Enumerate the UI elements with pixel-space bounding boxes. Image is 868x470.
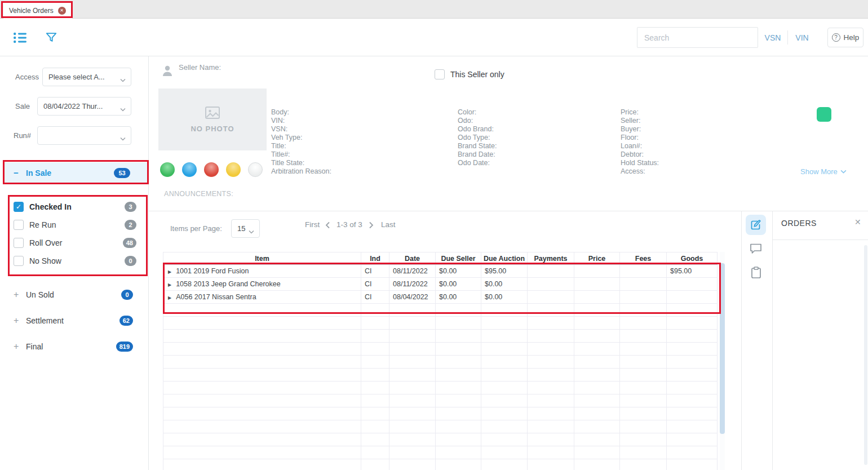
col-header-item[interactable]: Item xyxy=(163,252,361,265)
grid-empty-cell xyxy=(528,433,574,446)
edit-order-icon[interactable] xyxy=(746,215,766,235)
checked-in-checkbox[interactable]: ✓ xyxy=(14,202,24,212)
grid-empty-cell xyxy=(667,356,718,369)
col-header-due-auction[interactable]: Due Auction xyxy=(481,252,528,265)
grid-row[interactable]: ▶1001 2019 Ford Fusion CI 08/11/2022 $0.… xyxy=(163,265,718,278)
tab-vehicle-orders[interactable]: Vehicle Orders ✕ xyxy=(3,2,72,19)
grid-empty-cell xyxy=(163,343,361,356)
grid-empty-cell xyxy=(528,394,574,407)
tab-bar: Vehicle Orders ✕ xyxy=(0,0,868,19)
white-lamp-icon[interactable] xyxy=(248,162,263,177)
cell-item[interactable]: ▶A056 2017 Nissan Sentra xyxy=(163,291,361,304)
image-icon xyxy=(205,107,220,121)
col-header-due-seller[interactable]: Due Seller xyxy=(436,252,481,265)
tab-close-icon[interactable]: ✕ xyxy=(58,7,66,15)
grid-empty-cell xyxy=(436,459,481,470)
help-button[interactable]: ? Help xyxy=(827,28,863,47)
grid-empty-row xyxy=(163,394,718,407)
no-photo-placeholder: NO PHOTO xyxy=(158,88,267,150)
col-header-payments[interactable]: Payments xyxy=(528,252,574,265)
col-header-fees[interactable]: Fees xyxy=(620,252,667,265)
search-input[interactable] xyxy=(637,27,758,48)
expand-row-icon[interactable]: ▶ xyxy=(168,295,171,300)
vsn-button[interactable]: VSN xyxy=(760,27,786,48)
grid-empty-cell xyxy=(620,330,667,343)
run-number-select[interactable] xyxy=(37,126,131,145)
status-lamps xyxy=(160,162,263,177)
grid-empty-cell xyxy=(667,317,718,330)
sidebar-section-un-sold[interactable]: + Un Sold 0 xyxy=(0,286,149,303)
red-lamp-icon[interactable] xyxy=(204,162,219,177)
seller-name-label: Seller Name: xyxy=(179,63,221,72)
grid-empty-cell xyxy=(389,317,436,330)
cell-goods: $95.00 xyxy=(667,265,718,278)
col-header-date[interactable]: Date xyxy=(389,252,436,265)
expand-row-icon[interactable]: ▶ xyxy=(168,269,171,274)
grid-empty-cell xyxy=(163,394,361,407)
vin-button[interactable]: VIN xyxy=(789,27,815,48)
cell-item[interactable]: ▶1058 2013 Jeep Grand Cherokee xyxy=(163,278,361,291)
cell-payments xyxy=(528,291,574,304)
sidebar-section-settlement[interactable]: + Settlement 62 xyxy=(0,312,149,329)
col-header-goods[interactable]: Goods xyxy=(667,252,718,265)
cell-payments xyxy=(528,278,574,291)
items-per-page-select[interactable]: 15 xyxy=(231,219,260,238)
checkbox-row-no-show[interactable]: No Show 0 xyxy=(0,252,149,270)
grid-empty-cell xyxy=(574,420,620,433)
no-show-checkbox[interactable] xyxy=(14,256,24,266)
grid-row[interactable]: ▶1058 2013 Jeep Grand Cherokee CI 08/11/… xyxy=(163,278,718,291)
expand-row-icon[interactable]: ▶ xyxy=(168,282,171,287)
grid-empty-cell xyxy=(481,343,528,356)
field-label: Brand Date: xyxy=(458,150,497,159)
pagination-next-icon[interactable] xyxy=(369,221,374,231)
access-select[interactable]: Please select A... xyxy=(42,68,131,86)
grid-empty-cell xyxy=(436,394,481,407)
grid-scrollbar-thumb[interactable] xyxy=(720,263,725,434)
cell-ind: CI xyxy=(361,291,389,304)
field-label: Price: xyxy=(621,108,659,117)
grid-empty-cell xyxy=(361,446,389,459)
roll-over-checkbox[interactable] xyxy=(14,238,24,248)
grid-row[interactable]: ▶A056 2017 Nissan Sentra CI 08/04/2022 $… xyxy=(163,291,718,304)
cell-item[interactable]: ▶1001 2019 Ford Fusion xyxy=(163,265,361,278)
yellow-lamp-icon[interactable] xyxy=(226,162,241,177)
list-view-icon[interactable] xyxy=(14,32,27,46)
checkbox-row-re-run[interactable]: Re Run 2 xyxy=(0,216,149,234)
panel-scrollbar[interactable] xyxy=(864,245,867,465)
sidebar-section-final[interactable]: + Final 819 xyxy=(0,338,149,355)
expand-icon: + xyxy=(14,316,26,326)
grid-empty-cell xyxy=(620,343,667,356)
pagination-prev-icon[interactable] xyxy=(325,221,330,231)
grid-empty-cell xyxy=(481,317,528,330)
clipboard-icon[interactable] xyxy=(746,262,766,282)
re-run-checkbox[interactable] xyxy=(14,220,24,230)
sidebar-section-in-sale[interactable]: − In Sale 53 xyxy=(4,162,148,183)
checkbox-row-roll-over[interactable]: Roll Over 48 xyxy=(0,234,149,252)
col-header-ind[interactable]: Ind xyxy=(361,252,389,265)
this-seller-only-checkbox[interactable] xyxy=(435,69,445,79)
run-number-label: Run# xyxy=(14,131,31,140)
green-lamp-icon[interactable] xyxy=(160,162,175,177)
show-more-link[interactable]: Show More xyxy=(800,167,847,176)
blue-lamp-icon[interactable] xyxy=(182,162,197,177)
grid-empty-cell xyxy=(361,407,389,420)
filter-icon[interactable] xyxy=(45,31,57,46)
person-icon xyxy=(162,65,172,79)
grid-empty-cell xyxy=(481,407,528,420)
show-more-label: Show More xyxy=(800,167,838,176)
pagination-last[interactable]: Last xyxy=(381,220,396,229)
cell-date: 08/11/2022 xyxy=(389,278,436,291)
pagination-first[interactable]: First xyxy=(305,220,320,229)
roll-over-label: Roll Over xyxy=(29,238,62,247)
orders-panel-close-icon[interactable]: ✕ xyxy=(854,218,861,227)
comment-icon[interactable] xyxy=(746,238,766,259)
grid-empty-cell xyxy=(528,343,574,356)
col-header-price[interactable]: Price xyxy=(574,252,620,265)
checkbox-row-checked-in[interactable]: ✓ Checked In 3 xyxy=(0,198,149,216)
field-label: Title State: xyxy=(271,159,331,167)
grid-empty-cell xyxy=(620,382,667,394)
sale-select[interactable]: 08/04/2022 Thur... xyxy=(37,97,131,116)
sale-label: Sale xyxy=(15,102,30,110)
grid-empty-cell xyxy=(436,369,481,382)
grid-empty-cell xyxy=(389,343,436,356)
